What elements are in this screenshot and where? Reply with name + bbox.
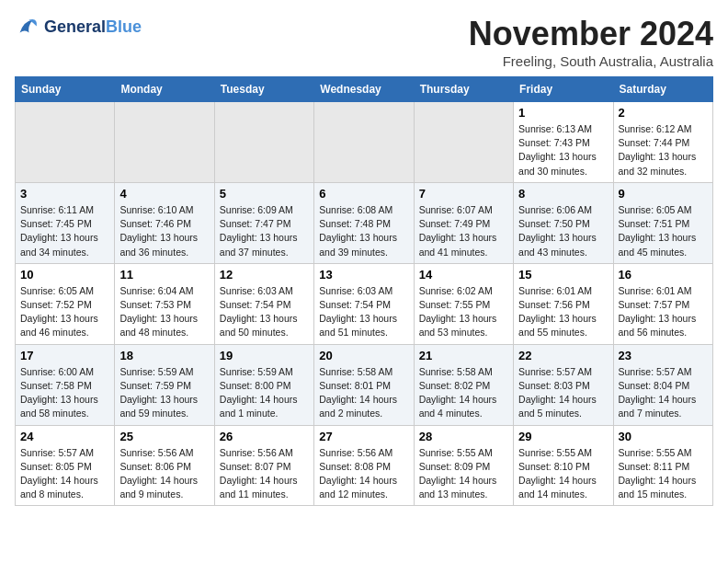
cell-date-number: 1 [518,106,608,120]
calendar-cell: 21Sunrise: 5:58 AM Sunset: 8:02 PM Dayli… [414,344,513,425]
cell-date-number: 21 [419,349,508,362]
cell-date-number: 8 [518,187,608,201]
cell-info-text: Sunrise: 5:56 AM Sunset: 8:07 PM Dayligh… [220,446,309,502]
cell-date-number: 28 [419,430,508,443]
cell-info-text: Sunrise: 6:07 AM Sunset: 7:49 PM Dayligh… [419,203,508,259]
calendar-cell [214,102,313,183]
cell-date-number: 2 [619,106,708,120]
cell-date-number: 14 [419,268,508,282]
calendar-cell: 15Sunrise: 6:01 AM Sunset: 7:56 PM Dayli… [514,263,613,344]
cell-info-text: Sunrise: 5:57 AM Sunset: 8:03 PM Dayligh… [518,365,608,421]
cell-info-text: Sunrise: 6:05 AM Sunset: 7:51 PM Dayligh… [619,203,708,259]
cell-info-text: Sunrise: 5:57 AM Sunset: 8:05 PM Dayligh… [20,446,109,502]
cell-info-text: Sunrise: 6:12 AM Sunset: 7:44 PM Dayligh… [619,122,708,178]
calendar-cell: 27Sunrise: 5:56 AM Sunset: 8:08 PM Dayli… [314,425,414,506]
cell-info-text: Sunrise: 6:04 AM Sunset: 7:53 PM Dayligh… [119,284,209,340]
weekday-header-friday: Friday [514,77,613,102]
cell-date-number: 18 [119,349,209,362]
calendar-week-4: 17Sunrise: 6:00 AM Sunset: 7:58 PM Dayli… [16,344,713,425]
calendar-cell: 9Sunrise: 6:05 AM Sunset: 7:51 PM Daylig… [613,182,712,263]
cell-date-number: 10 [20,268,109,282]
calendar-cell: 26Sunrise: 5:56 AM Sunset: 8:07 PM Dayli… [214,425,313,506]
cell-info-text: Sunrise: 6:10 AM Sunset: 7:46 PM Dayligh… [119,203,209,259]
calendar-cell: 13Sunrise: 6:03 AM Sunset: 7:54 PM Dayli… [314,263,414,344]
cell-info-text: Sunrise: 6:05 AM Sunset: 7:52 PM Dayligh… [20,284,109,340]
title-area: November 2024 Freeling, South Australia,… [469,15,713,69]
cell-date-number: 27 [319,430,408,443]
cell-date-number: 22 [518,349,608,362]
calendar-cell: 4Sunrise: 6:10 AM Sunset: 7:46 PM Daylig… [115,182,214,263]
cell-info-text: Sunrise: 5:59 AM Sunset: 7:59 PM Dayligh… [119,365,209,421]
logo-text: GeneralBlue [44,18,142,37]
cell-date-number: 11 [119,268,209,282]
cell-date-number: 4 [119,187,209,201]
cell-info-text: Sunrise: 6:02 AM Sunset: 7:55 PM Dayligh… [419,284,508,340]
weekday-header-tuesday: Tuesday [214,77,313,102]
calendar-cell: 14Sunrise: 6:02 AM Sunset: 7:55 PM Dayli… [414,263,513,344]
calendar-cell: 22Sunrise: 5:57 AM Sunset: 8:03 PM Dayli… [514,344,613,425]
calendar-cell: 1Sunrise: 6:13 AM Sunset: 7:43 PM Daylig… [514,102,613,183]
calendar-cell: 19Sunrise: 5:59 AM Sunset: 8:00 PM Dayli… [214,344,313,425]
calendar-cell: 5Sunrise: 6:09 AM Sunset: 7:47 PM Daylig… [214,182,313,263]
cell-date-number: 26 [220,430,309,443]
cell-date-number: 20 [319,349,408,362]
calendar-cell: 2Sunrise: 6:12 AM Sunset: 7:44 PM Daylig… [613,102,712,183]
weekday-header-saturday: Saturday [613,77,712,102]
cell-date-number: 16 [619,268,708,282]
calendar-cell [414,102,513,183]
cell-date-number: 17 [20,349,109,362]
cell-date-number: 5 [220,187,309,201]
cell-info-text: Sunrise: 5:56 AM Sunset: 8:08 PM Dayligh… [319,446,408,502]
calendar-week-2: 3Sunrise: 6:11 AM Sunset: 7:45 PM Daylig… [16,182,713,263]
calendar-cell: 17Sunrise: 6:00 AM Sunset: 7:58 PM Dayli… [16,344,115,425]
cell-info-text: Sunrise: 5:56 AM Sunset: 8:06 PM Dayligh… [119,446,209,502]
cell-info-text: Sunrise: 6:09 AM Sunset: 7:47 PM Dayligh… [220,203,309,259]
calendar-cell: 23Sunrise: 5:57 AM Sunset: 8:04 PM Dayli… [613,344,712,425]
logo: GeneralBlue [15,15,142,40]
calendar-week-1: 1Sunrise: 6:13 AM Sunset: 7:43 PM Daylig… [16,102,713,183]
page-header: GeneralBlue November 2024 Freeling, Sout… [15,15,713,69]
calendar-cell: 8Sunrise: 6:06 AM Sunset: 7:50 PM Daylig… [514,182,613,263]
weekday-header-sunday: Sunday [16,77,115,102]
cell-date-number: 24 [20,430,109,443]
cell-info-text: Sunrise: 6:03 AM Sunset: 7:54 PM Dayligh… [220,284,309,340]
calendar-cell: 12Sunrise: 6:03 AM Sunset: 7:54 PM Dayli… [214,263,313,344]
cell-date-number: 13 [319,268,408,282]
calendar-cell: 11Sunrise: 6:04 AM Sunset: 7:53 PM Dayli… [115,263,214,344]
calendar-cell: 29Sunrise: 5:55 AM Sunset: 8:10 PM Dayli… [514,425,613,506]
cell-date-number: 9 [619,187,708,201]
calendar-cell: 3Sunrise: 6:11 AM Sunset: 7:45 PM Daylig… [16,182,115,263]
calendar-cell: 25Sunrise: 5:56 AM Sunset: 8:06 PM Dayli… [115,425,214,506]
location-subtitle: Freeling, South Australia, Australia [469,53,713,69]
cell-date-number: 23 [619,349,708,362]
cell-info-text: Sunrise: 5:55 AM Sunset: 8:09 PM Dayligh… [419,446,508,502]
cell-info-text: Sunrise: 6:00 AM Sunset: 7:58 PM Dayligh… [20,365,109,421]
cell-date-number: 3 [20,187,109,201]
calendar-cell: 30Sunrise: 5:55 AM Sunset: 8:11 PM Dayli… [613,425,712,506]
cell-date-number: 6 [319,187,408,201]
cell-info-text: Sunrise: 5:57 AM Sunset: 8:04 PM Dayligh… [619,365,708,421]
calendar-cell: 24Sunrise: 5:57 AM Sunset: 8:05 PM Dayli… [16,425,115,506]
weekday-header-thursday: Thursday [414,77,513,102]
cell-info-text: Sunrise: 5:59 AM Sunset: 8:00 PM Dayligh… [220,365,309,421]
calendar-cell [314,102,414,183]
calendar-cell: 16Sunrise: 6:01 AM Sunset: 7:57 PM Dayli… [613,263,712,344]
calendar-cell: 7Sunrise: 6:07 AM Sunset: 7:49 PM Daylig… [414,182,513,263]
cell-date-number: 19 [220,349,309,362]
calendar-cell: 18Sunrise: 5:59 AM Sunset: 7:59 PM Dayli… [115,344,214,425]
logo-bird-icon [15,15,40,40]
cell-info-text: Sunrise: 5:58 AM Sunset: 8:01 PM Dayligh… [319,365,408,421]
calendar-week-5: 24Sunrise: 5:57 AM Sunset: 8:05 PM Dayli… [16,425,713,506]
calendar-cell: 10Sunrise: 6:05 AM Sunset: 7:52 PM Dayli… [16,263,115,344]
cell-info-text: Sunrise: 6:06 AM Sunset: 7:50 PM Dayligh… [518,203,608,259]
cell-info-text: Sunrise: 6:01 AM Sunset: 7:56 PM Dayligh… [518,284,608,340]
cell-date-number: 29 [518,430,608,443]
cell-info-text: Sunrise: 5:55 AM Sunset: 8:10 PM Dayligh… [518,446,608,502]
cell-date-number: 12 [220,268,309,282]
cell-date-number: 7 [419,187,508,201]
month-title: November 2024 [469,15,713,53]
weekday-header-wednesday: Wednesday [314,77,414,102]
cell-info-text: Sunrise: 5:55 AM Sunset: 8:11 PM Dayligh… [619,446,708,502]
calendar-cell: 20Sunrise: 5:58 AM Sunset: 8:01 PM Dayli… [314,344,414,425]
calendar-cell: 28Sunrise: 5:55 AM Sunset: 8:09 PM Dayli… [414,425,513,506]
